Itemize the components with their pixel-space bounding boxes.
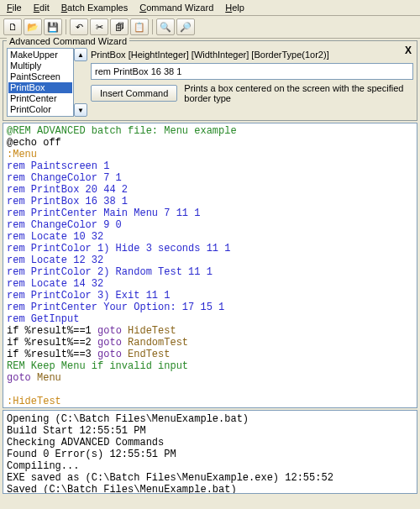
output-line: EXE saved as (C:\Batch Files\MenuExample… xyxy=(7,472,413,484)
code-line: if %result%==1 goto HideTest xyxy=(7,325,413,337)
code-line: rem HideSelf xyxy=(7,407,413,408)
output-line: Opening (C:\Batch Files\MenuExample.bat) xyxy=(7,413,413,425)
toolbar: 🗋 📂 💾 ↶ ✂ 🗐 📋 🔍 🔎 xyxy=(0,16,420,39)
code-line: rem GetInput xyxy=(7,313,413,325)
code-line: if %result%==2 goto RandomTest xyxy=(7,337,413,349)
code-line xyxy=(7,384,413,396)
code-line: rem Locate 14 32 xyxy=(7,278,413,290)
command-list-item[interactable]: PrintCenter xyxy=(8,93,72,104)
code-line: rem Locate 12 32 xyxy=(7,254,413,266)
code-line: rem PrintBox 20 44 2 xyxy=(7,184,413,196)
code-line: rem ChangeColor 7 1 xyxy=(7,172,413,184)
paste-icon[interactable]: 📋 xyxy=(130,18,149,35)
find-icon[interactable]: 🔍 xyxy=(156,18,175,35)
command-list-item[interactable]: MakeUpper xyxy=(8,50,72,60)
cut-icon[interactable]: ✂ xyxy=(90,18,108,35)
code-line: :HideTest xyxy=(7,396,413,407)
close-icon[interactable]: X xyxy=(405,45,412,56)
output-line: Found 0 Error(s) 12:55:51 PM xyxy=(7,449,413,460)
menu-help[interactable]: Help xyxy=(225,3,244,13)
code-line: rem PrintColor 2) Random Test 11 1 xyxy=(7,266,413,278)
command-wizard-panel: Advanced Command Wizard X MakeUpperMulti… xyxy=(3,40,417,121)
code-line: goto Menu xyxy=(7,372,413,384)
list-down-button[interactable]: ▼ xyxy=(74,103,87,117)
command-list-item[interactable]: PrintColor xyxy=(8,104,72,115)
menubar: File Edit Batch Examples Command Wizard … xyxy=(0,0,420,16)
output-line: Checking ADVANCED Commands xyxy=(7,437,413,449)
code-line: rem PrintColor 1) Hide 3 seconds 11 1 xyxy=(7,243,413,254)
code-line: @echo off xyxy=(7,137,413,149)
command-list-item[interactable]: PrintBox xyxy=(8,82,72,93)
output-line: Build Start 12:55:51 PM xyxy=(7,425,413,437)
toolbar-separator xyxy=(152,19,153,34)
code-line: rem ChangeColor 9 0 xyxy=(7,219,413,231)
code-line: rem PrintCenter Main Menu 7 11 1 xyxy=(7,207,413,219)
list-up-button[interactable]: ▲ xyxy=(74,48,87,61)
command-list-item[interactable]: Multiply xyxy=(8,60,72,71)
save-icon[interactable]: 💾 xyxy=(44,18,62,35)
build-output: Opening (C:\Batch Files\MenuExample.bat)… xyxy=(3,410,417,494)
menu-command[interactable]: Command Wizard xyxy=(139,3,213,13)
wizard-title: Advanced Command Wizard xyxy=(7,36,129,46)
code-line: rem PrintBox 16 38 1 xyxy=(7,196,413,207)
code-line: if %result%==3 goto EndTest xyxy=(7,349,413,360)
code-line: rem PrintCenter Your Option: 17 15 1 xyxy=(7,302,413,313)
command-list[interactable]: MakeUpperMultiplyPaintScreenPrintBoxPrin… xyxy=(7,48,74,117)
code-line: rem PrintColor 3) Exit 11 1 xyxy=(7,290,413,302)
open-icon[interactable]: 📂 xyxy=(24,18,42,35)
command-description: Prints a box centered on the screen with… xyxy=(184,83,413,103)
undo-icon[interactable]: ↶ xyxy=(70,18,88,35)
code-line: REM Keep Menu if invalid input xyxy=(7,360,413,372)
toolbar-separator xyxy=(66,19,66,34)
code-line: @REM ADVANCED batch file: Menu example xyxy=(7,125,413,137)
command-input[interactable] xyxy=(91,63,413,80)
findnext-icon[interactable]: 🔎 xyxy=(176,18,195,35)
copy-icon[interactable]: 🗐 xyxy=(110,18,129,35)
code-editor[interactable]: @REM ADVANCED batch file: Menu example@e… xyxy=(3,123,417,408)
code-line: rem Paintscreen 1 xyxy=(7,160,413,172)
menu-batch[interactable]: Batch Examples xyxy=(61,3,129,13)
output-line: Saved (C:\Batch Files\MenuExample.bat) xyxy=(7,484,413,494)
code-line: rem Locate 10 32 xyxy=(7,231,413,243)
menu-edit[interactable]: Edit xyxy=(34,3,50,13)
insert-command-button[interactable]: Insert Command xyxy=(91,85,177,102)
output-line: Compiling... xyxy=(7,460,413,472)
command-list-item[interactable]: PaintScreen xyxy=(8,71,72,82)
code-line: :Menu xyxy=(7,149,413,160)
menu-file[interactable]: File xyxy=(7,3,22,13)
new-icon[interactable]: 🗋 xyxy=(3,18,22,35)
syntax-label: PrintBox [HeightInteger] [WidthInteger] … xyxy=(91,48,413,60)
